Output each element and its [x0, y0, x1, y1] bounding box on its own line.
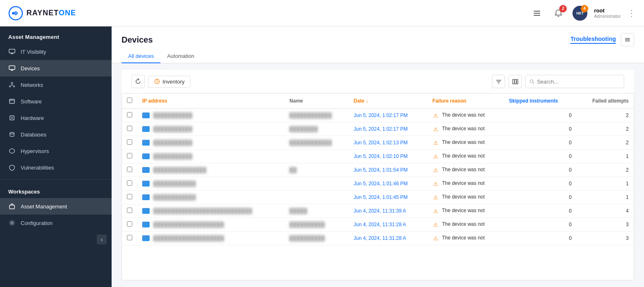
row-skipped: 0 [504, 191, 577, 204]
row-checkbox[interactable] [127, 126, 132, 131]
sidebar-item-networks[interactable]: Networks [0, 77, 112, 93]
row-date: Jun 5, 2024, 1:01:54 PM [349, 163, 428, 177]
table-row: ███████████ Jun 5, 2024, 1:02:10 PM ⚠ Th… [122, 150, 634, 163]
row-date: Jun 5, 2024, 1:01:46 PM [349, 177, 428, 191]
sidebar-item-it-visibility[interactable]: IT Visibility [0, 43, 112, 60]
svg-point-11 [10, 100, 11, 100]
row-ip[interactable]: ███████████ [137, 136, 284, 150]
toolbar-right [492, 75, 624, 88]
row-checkbox[interactable] [127, 235, 132, 240]
sidebar-item-configuration[interactable]: Configuration [0, 215, 112, 231]
sidebar-item-devices[interactable]: Devices [0, 60, 112, 77]
devices-table: IP address Name Date ↓ Failure reason Sk… [122, 93, 634, 245]
refresh-btn[interactable] [131, 75, 145, 88]
search-input[interactable] [537, 79, 620, 85]
row-ip[interactable]: ███████████████ [137, 163, 284, 177]
row-failed: 4 [577, 204, 634, 218]
toolbar-left: Inventory [131, 75, 191, 88]
filter-btn[interactable] [492, 75, 505, 88]
row-checkbox[interactable] [127, 180, 132, 186]
sidebar-item-vulnerabilities[interactable]: Vulnerabilities [0, 159, 112, 176]
row-failure: ⚠ The device was not [427, 191, 504, 204]
table-row: ████████████████████████████ █████ Jun 4… [122, 204, 634, 218]
header-ip[interactable]: IP address [137, 93, 284, 109]
warning-icon: ⚠ [432, 180, 439, 187]
list-icon-btn[interactable] [530, 6, 544, 21]
header-skipped[interactable]: Skipped instruments [504, 93, 577, 109]
row-checkbox[interactable] [127, 167, 132, 172]
logo-icon [8, 6, 23, 21]
row-ip[interactable]: ████████████████████████████ [137, 204, 284, 218]
sidebar-item-hardware[interactable]: Hardware [0, 110, 112, 126]
svg-point-9 [14, 86, 15, 87]
sidebar-item-software[interactable]: Software [0, 93, 112, 110]
header-right: 2 NET 4 root Administrator ⋮ [530, 6, 636, 21]
table-row: ███████████ ████████ Jun 5, 2024, 1:02:1… [122, 122, 634, 136]
row-failed: 1 [577, 191, 634, 204]
warning-icon: ⚠ [432, 167, 439, 173]
row-skipped: 0 [504, 218, 577, 232]
svg-point-1 [12, 12, 14, 14]
row-skipped: 0 [504, 150, 577, 163]
row-ip[interactable]: ████████████ [137, 177, 284, 191]
row-checkbox[interactable] [127, 112, 132, 117]
sidebar-section-title: Asset Management [0, 26, 112, 43]
table-row: ███████████████ ██ Jun 5, 2024, 1:01:54 … [122, 163, 634, 177]
alerts-badge: 4 [581, 5, 588, 12]
header-name[interactable]: Name [284, 93, 348, 109]
alerts-icon-btn[interactable]: NET 4 [572, 6, 587, 21]
collapse-sidebar-btn[interactable]: ‹ [97, 234, 107, 244]
table-header-row: IP address Name Date ↓ Failure reason Sk… [122, 93, 634, 109]
user-name: root [594, 7, 621, 14]
table-wrapper: IP address Name Date ↓ Failure reason Sk… [122, 93, 634, 280]
header-date[interactable]: Date ↓ [349, 93, 428, 109]
bell-icon-btn[interactable]: 2 [551, 6, 566, 21]
user-role: Administrator [594, 14, 621, 19]
row-skipped: 0 [504, 122, 577, 136]
row-ip[interactable]: ███████████ [137, 109, 284, 122]
row-checkbox[interactable] [127, 194, 132, 199]
sidebar-workspace-title: Workspaces [0, 183, 112, 198]
desktop-icon [8, 65, 16, 72]
row-ip[interactable]: ███████████ [137, 122, 284, 136]
user-info[interactable]: root Administrator [594, 7, 621, 19]
row-skipped: 0 [504, 136, 577, 150]
page-menu-btn[interactable] [621, 33, 634, 46]
inventory-label: Inventory [162, 79, 184, 85]
more-menu-btn[interactable]: ⋮ [627, 8, 636, 18]
columns-btn[interactable] [508, 75, 522, 88]
row-ip[interactable]: ████████████ [137, 191, 284, 204]
sidebar-item-asset-management[interactable]: Asset Management [0, 198, 112, 215]
row-ip[interactable]: ███████████ [137, 150, 284, 163]
row-failed: 1 [577, 150, 634, 163]
row-skipped: 0 [504, 163, 577, 177]
row-ip[interactable]: ████████████████████ [137, 218, 284, 232]
inventory-tab[interactable]: Inventory [148, 76, 191, 88]
sidebar-collapse: ‹ [0, 231, 112, 248]
tab-all-devices[interactable]: All devices [122, 50, 160, 63]
sidebar-item-hypervisors[interactable]: Hypervisors [0, 143, 112, 159]
row-checkbox[interactable] [127, 221, 132, 227]
row-skipped: 0 [504, 177, 577, 191]
row-checkbox[interactable] [127, 139, 132, 145]
header-failed[interactable]: Failed attempts [577, 93, 634, 109]
row-checkbox[interactable] [127, 153, 132, 158]
sidebar-label-hardware: Hardware [21, 115, 44, 121]
tab-automation[interactable]: Automation [160, 50, 201, 63]
table-toolbar: Inventory [122, 70, 634, 93]
device-icon [142, 112, 150, 118]
row-failure: ⚠ The device was not [427, 177, 504, 191]
sidebar-item-databases[interactable]: Databases [0, 126, 112, 143]
row-checkbox-cell [122, 177, 137, 191]
header-failure[interactable]: Failure reason [427, 93, 504, 109]
warning-icon: ⚠ [432, 194, 439, 201]
troubleshooting-btn[interactable]: Troubleshooting [570, 36, 616, 44]
row-failure: ⚠ The device was not [427, 218, 504, 232]
header-checkbox-cell [122, 93, 137, 109]
row-checkbox-cell [122, 204, 137, 218]
svg-point-15 [10, 132, 14, 134]
row-ip[interactable]: ████████████████████ [137, 232, 284, 245]
row-checkbox[interactable] [127, 208, 132, 213]
select-all-checkbox[interactable] [127, 98, 132, 103]
row-date: Jun 5, 2024, 1:02:17 PM [349, 122, 428, 136]
